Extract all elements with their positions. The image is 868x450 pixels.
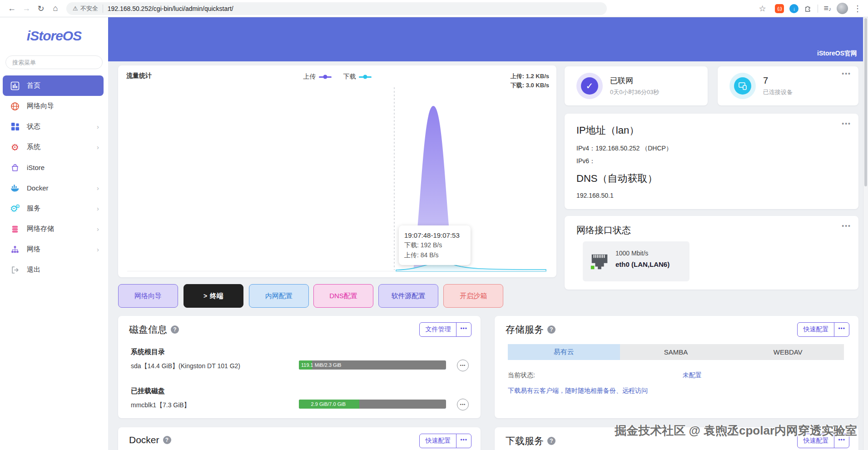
reading-list-icon[interactable]: ≡♪ <box>823 4 831 13</box>
traffic-chart-svg[interactable] <box>127 84 547 272</box>
ipv6-line: IPv6： <box>576 157 595 165</box>
storage-database-icon <box>10 224 20 234</box>
link-up-indicator <box>591 266 595 270</box>
disk-usage-text: 2.9 GiB/7.0 GiB <box>299 400 358 409</box>
check-icon: ✓ <box>581 77 598 95</box>
extensions-puzzle-icon[interactable] <box>804 5 812 13</box>
chart-legend: 上传 下载 <box>303 73 372 81</box>
dns-title: DNS（自动获取） <box>576 172 657 185</box>
disk-card-title: 磁盘信息 <box>129 323 167 336</box>
reload-icon[interactable]: ↻ <box>34 1 48 16</box>
terminal-prompt-icon: > <box>203 292 207 300</box>
security-chip[interactable]: ⚠ 不安全 <box>73 5 103 13</box>
extension-blue-icon[interactable]: ↓ <box>789 4 799 13</box>
lan-config-button[interactable]: 内网配置 <box>249 284 309 308</box>
sidebar-item-istore[interactable]: iStore <box>3 157 104 178</box>
interface-card-title: 网络接口状态 <box>576 224 631 236</box>
ip-more-icon[interactable]: ••• <box>842 120 851 127</box>
interface-more-icon[interactable]: ••• <box>842 222 851 230</box>
dns-config-button[interactable]: DNS配置 <box>313 284 373 308</box>
button-label: 内网配置 <box>265 292 293 300</box>
check-halo: ✓ <box>576 73 603 99</box>
address-bar[interactable]: ⚠ 不安全 192.168.50.252/cgi-bin/luci/admin/… <box>66 2 607 15</box>
sandbox-button[interactable]: 开启沙箱 <box>443 284 503 308</box>
button-label: 开启沙箱 <box>460 292 487 300</box>
devices-more-icon[interactable]: ••• <box>842 70 851 77</box>
sidebar-item-status[interactable]: 状态 › <box>3 116 104 137</box>
sidebar-item-system[interactable]: ⚙ 系统 › <box>3 137 104 157</box>
url-text[interactable]: 192.168.50.252/cgi-bin/luci/admin/quicks… <box>108 5 233 12</box>
browser-toolbar: ← → ↻ ⌂ ⚠ 不安全 192.168.50.252/cgi-bin/luc… <box>0 0 868 17</box>
tab-samba[interactable]: SAMBA <box>620 344 732 360</box>
music-note-icon: ♪ <box>828 6 831 12</box>
tab-ddnsto[interactable]: 易有云 <box>508 344 620 360</box>
home-icon[interactable]: ⌂ <box>48 1 63 16</box>
page-scrollbar[interactable] <box>863 17 868 450</box>
watermark-text: 掘金技术社区 @ 袁煦丞cpolar内网穿透实验室 <box>615 423 857 439</box>
home-dashboard-icon <box>10 81 20 91</box>
legend-upload[interactable]: 上传 <box>303 73 332 81</box>
extension-orange-icon[interactable]: {;} <box>775 4 784 13</box>
browser-menu-icon[interactable]: ⋮ <box>853 4 862 14</box>
storage-quick-config-button[interactable]: 快速配置 <box>798 323 834 336</box>
sidebar-item-docker[interactable]: Docker › <box>3 178 104 198</box>
sidebar-item-network[interactable]: 网络 › <box>3 239 104 260</box>
docker-more-button[interactable]: ••• <box>456 434 471 448</box>
help-icon[interactable]: ? <box>547 325 556 334</box>
page-header: iStoreOS官网 <box>108 17 868 61</box>
sidebar-item-nas[interactable]: 网络存储 › <box>3 219 104 239</box>
docker-quick-config-button[interactable]: 快速配置 <box>420 434 456 448</box>
repo-config-button[interactable]: 软件源配置 <box>378 284 438 308</box>
tooltip-upload: 上传: 84 B/s <box>404 250 465 260</box>
chevron-right-icon: › <box>97 123 99 130</box>
sidebar-item-label: 退出 <box>27 265 40 274</box>
disk-row-menu-icon[interactable]: ••• <box>457 360 469 371</box>
sidebar-item-label: 网络向导 <box>27 102 54 110</box>
status-value-link[interactable]: 未配置 <box>683 371 702 380</box>
storage-more-button[interactable]: ••• <box>834 323 849 336</box>
sidebar-item-home[interactable]: 首页 <box>3 75 104 96</box>
forward-icon[interactable]: → <box>19 1 34 16</box>
file-manager-button[interactable]: 文件管理 <box>420 323 456 336</box>
network-wizard-button[interactable]: 网络向导 <box>118 284 178 308</box>
network-sitemap-icon <box>10 245 20 255</box>
device-count: 7 <box>763 75 768 86</box>
ip-card-title: IP地址（lan） <box>576 124 639 137</box>
sidebar-item-logout[interactable]: 退出 <box>3 260 104 280</box>
storage-service-card: 存储服务 ? 快速配置 ••• 易有云 SAMBA WEBDAV 当前状态: 未… <box>495 316 858 418</box>
bookmark-star-icon[interactable]: ☆ <box>755 1 769 16</box>
uptime-text: 0天0小时36分03秒 <box>610 88 659 96</box>
legend-download[interactable]: 下载 <box>343 73 372 81</box>
tab-webdav[interactable]: WEBDAV <box>732 344 844 360</box>
terminal-button[interactable]: >终端 <box>184 284 243 308</box>
services-gears-icon: ⚙⚙ <box>10 204 20 214</box>
logout-icon <box>10 265 20 275</box>
ipv4-line: IPv4：192.168.50.252 （DHCP） <box>576 145 672 153</box>
devices-icon <box>734 77 751 95</box>
status-label: 当前状态: <box>508 371 535 380</box>
ip-address-card: IP地址（lan） ••• IPv4：192.168.50.252 （DHCP）… <box>565 114 858 209</box>
sidebar-item-label: 状态 <box>27 122 40 131</box>
dns-value: 192.168.50.1 <box>576 192 614 199</box>
help-icon[interactable]: ? <box>171 325 179 334</box>
help-icon[interactable]: ? <box>163 436 171 444</box>
disk-section-heading: 已挂载磁盘 <box>131 387 165 395</box>
profile-avatar[interactable] <box>837 3 848 14</box>
upload-rate: 上传: 1.2 KB/s <box>511 72 549 81</box>
official-site-link[interactable]: iStoreOS官网 <box>817 50 857 58</box>
back-icon[interactable]: ← <box>5 1 19 16</box>
sidebar-item-network-wizard[interactable]: 网络向导 <box>3 96 104 116</box>
download-series-marker-icon <box>359 76 372 78</box>
globe-icon <box>10 101 20 111</box>
scrollbar-thumb[interactable] <box>864 18 867 186</box>
sidebar-item-services[interactable]: ⚙⚙ 服务 › <box>3 198 104 219</box>
client-download-link[interactable]: 下载易有云客户端，随时随地相册备份、远程访问 <box>508 387 648 395</box>
menu-search-input[interactable] <box>5 55 103 69</box>
help-icon[interactable]: ? <box>547 437 556 445</box>
disk-row-menu-icon[interactable]: ••• <box>457 399 469 410</box>
disk-usage-text: 119.1 MiB/2.3 GiB <box>301 360 341 370</box>
disk-more-button[interactable]: ••• <box>456 323 471 336</box>
storage-card-title: 存储服务 <box>506 323 544 336</box>
button-label: 终端 <box>210 292 223 300</box>
interface-entry[interactable]: 1000 Mbit/s eth0 (LAN,LAN6) <box>583 241 689 281</box>
